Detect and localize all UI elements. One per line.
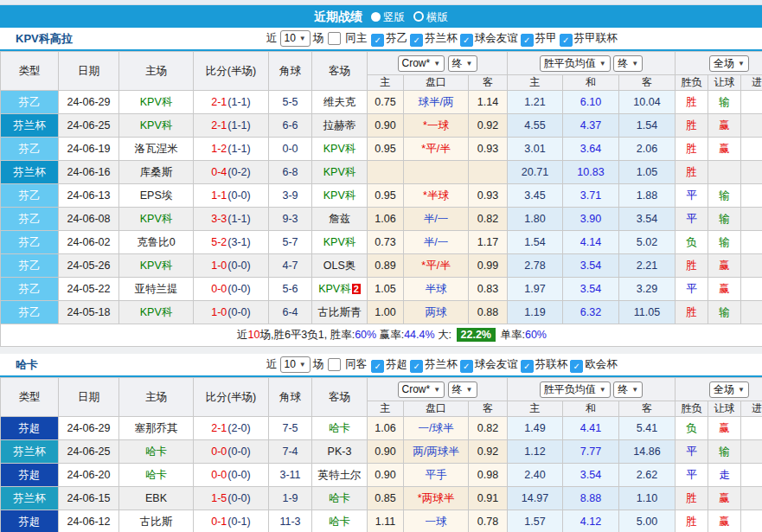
- league-filter[interactable]: ✓芬乙: [369, 32, 407, 44]
- odds-company-select[interactable]: Crow*▼: [398, 381, 445, 398]
- league-label: 芬超: [386, 358, 407, 370]
- handicap-result: 赢: [708, 114, 741, 138]
- home-team-name: 古比斯: [140, 516, 173, 528]
- odds-time-select[interactable]: 终▼: [448, 381, 477, 398]
- goals-cell: [741, 464, 762, 487]
- half-score: (1-1): [227, 143, 250, 155]
- chevron-down-icon: ▼: [433, 382, 440, 397]
- goals-cell: [741, 208, 762, 231]
- handicap-result: 走: [708, 464, 741, 487]
- avg-type-select[interactable]: 胜平负均值▼: [540, 381, 611, 398]
- away-odds: 0.78: [469, 510, 508, 532]
- odds-company-value: Crow*: [402, 56, 431, 71]
- league-filter[interactable]: ✓球会友谊: [458, 358, 518, 370]
- league-checkbox-checked-icon[interactable]: ✓: [371, 360, 384, 373]
- avg-time-value: 终: [618, 382, 628, 397]
- col-header-date: 日期: [59, 52, 119, 91]
- avg-time-select[interactable]: 终▼: [613, 55, 643, 72]
- home-team: 哈卡: [119, 440, 194, 464]
- league-checkbox-checked-icon[interactable]: ✓: [521, 360, 534, 373]
- away-team-name: 拉赫蒂: [323, 119, 356, 131]
- section-header: KPV科高拉 近 10▼ 场 同主 ✓芬乙✓芬兰杯✓球会友谊✓芬甲✓芬甲联杯: [0, 28, 762, 51]
- radio-selected-icon[interactable]: [371, 12, 381, 22]
- full-score: 1-2: [211, 143, 227, 155]
- league-checkbox-checked-icon[interactable]: ✓: [570, 360, 583, 373]
- odds-company-select[interactable]: Crow*▼: [398, 55, 445, 72]
- sub-header-avg-away: 客: [619, 401, 676, 417]
- home-team: 克鲁比0: [119, 231, 194, 254]
- handicap-result: 输: [708, 301, 741, 324]
- match-date: 24-05-26: [59, 254, 119, 278]
- corner-score: 7-4: [269, 440, 312, 464]
- match-row: 芬乙24-06-13EPS埃1-1(0-0)3-9KPV科0.95*半球0.93…: [1, 184, 762, 208]
- league-checkbox-checked-icon[interactable]: ✓: [410, 360, 423, 373]
- home-odds: 1.05: [368, 278, 404, 301]
- league-checkbox-checked-icon[interactable]: ✓: [460, 360, 473, 373]
- match-result: 胜: [676, 510, 708, 532]
- horizontal-layout-option[interactable]: 横版: [413, 11, 448, 23]
- handicap-result: 输: [708, 184, 741, 208]
- same-venue-checkbox[interactable]: [328, 32, 341, 45]
- goals-cell: [741, 184, 762, 208]
- chevron-down-icon: ▼: [738, 382, 745, 397]
- league-filter[interactable]: ✓欧会杯: [568, 358, 618, 370]
- avg-home-odds: 1.57: [508, 510, 563, 532]
- home-team-name: 洛瓦涅米: [135, 143, 178, 155]
- league-filter[interactable]: ✓芬兰杯: [408, 32, 458, 44]
- league-label: 球会友谊: [475, 32, 518, 44]
- same-venue-label: 同客: [345, 357, 367, 372]
- away-team: KPV科: [312, 184, 368, 208]
- league-filter[interactable]: ✓芬超: [369, 358, 407, 370]
- score: 1-0(0-0): [194, 301, 269, 324]
- home-team-name: 哈卡: [145, 445, 167, 458]
- league-filter[interactable]: ✓球会友谊: [458, 32, 518, 44]
- col-header-corner: 角球: [269, 52, 312, 91]
- league-filter[interactable]: ✓芬甲: [519, 32, 557, 44]
- recent-count-select[interactable]: 10▼: [280, 356, 311, 373]
- avg-time-value: 终: [618, 56, 628, 71]
- league-checkbox-checked-icon[interactable]: ✓: [521, 34, 534, 47]
- league-checkbox-checked-icon[interactable]: ✓: [460, 34, 473, 47]
- same-venue-checkbox[interactable]: [328, 358, 341, 371]
- league-filter[interactable]: ✓芬联杯: [519, 358, 568, 370]
- league-checkbox-checked-icon[interactable]: ✓: [410, 34, 423, 47]
- avg-home-odds: 1.80: [508, 208, 563, 231]
- league-filter[interactable]: ✓芬兰杯: [408, 358, 458, 370]
- avg-type-select[interactable]: 胜平负均值▼: [540, 55, 611, 72]
- horizontal-layout-label: 横版: [426, 11, 448, 23]
- odds-time-select[interactable]: 终▼: [448, 55, 477, 72]
- scope-select[interactable]: 全场▼: [709, 55, 749, 72]
- goals-cell: [741, 301, 762, 324]
- away-team: 英特土尔: [312, 464, 368, 487]
- match-date: 24-06-08: [59, 208, 119, 231]
- radio-unselected-icon[interactable]: [413, 11, 424, 22]
- corner-score: 6-4: [269, 301, 312, 324]
- handicap: 半/一: [404, 208, 469, 231]
- home-team-name: KPV科: [140, 96, 173, 108]
- league-checkbox-checked-icon[interactable]: ✓: [371, 34, 384, 47]
- match-date: 24-06-16: [59, 161, 119, 184]
- corner-score: 5-5: [269, 91, 312, 114]
- avg-away-odds: 1.10: [619, 487, 676, 510]
- filter-controls: 近 10▼ 场 同主 ✓芬乙✓芬兰杯✓球会友谊✓芬甲✓芬甲联杯: [266, 30, 618, 47]
- league-filter[interactable]: ✓芬甲联杯: [558, 32, 618, 44]
- home-team: EBK: [119, 487, 194, 510]
- away-team-name: 詹兹: [329, 213, 350, 225]
- league-type-badge: 芬乙: [1, 301, 59, 324]
- scope-select[interactable]: 全场▼: [709, 381, 749, 398]
- avg-home-odds: 4.55: [508, 114, 563, 138]
- vertical-layout-option[interactable]: 竖版: [371, 11, 405, 23]
- sub-header-let: 让球: [708, 75, 741, 91]
- home-team: KPV科: [119, 114, 194, 138]
- away-team-name: OLS奥: [323, 260, 356, 272]
- avg-time-select[interactable]: 终▼: [613, 381, 643, 398]
- games-label: 场: [313, 357, 324, 372]
- recent-count-select[interactable]: 10▼: [280, 30, 311, 47]
- home-odds: 0.75: [368, 91, 404, 114]
- league-type-badge: 芬乙: [1, 138, 59, 161]
- league-type-badge: 芬兰杯: [1, 161, 59, 184]
- filter-controls: 近 10▼ 场 同客 ✓芬超✓芬兰杯✓球会友谊✓芬联杯✓欧会杯: [266, 356, 618, 373]
- score: 0-0(0-0): [194, 278, 269, 301]
- league-checkbox-checked-icon[interactable]: ✓: [560, 34, 573, 47]
- match-result: 负: [676, 231, 708, 254]
